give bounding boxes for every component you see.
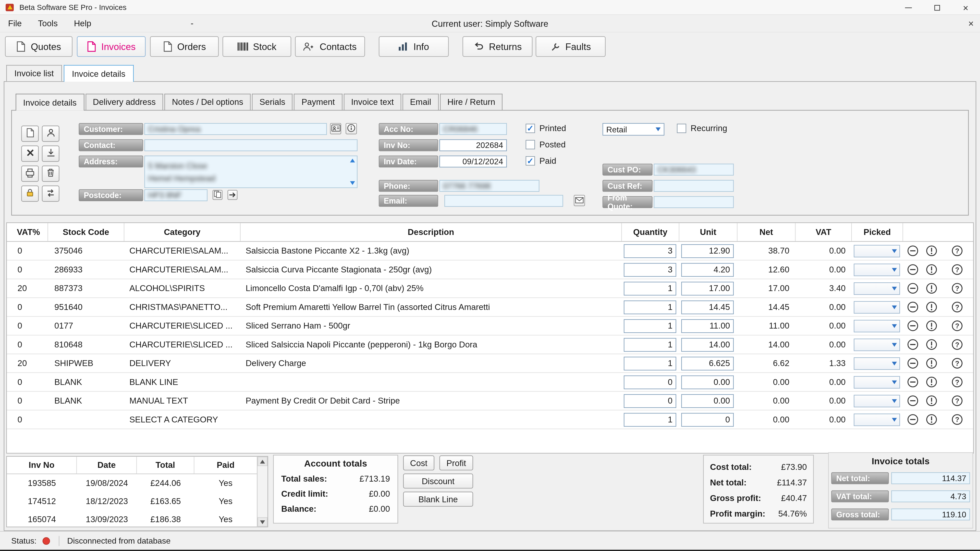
minimize-button[interactable] <box>894 0 923 15</box>
history-row[interactable]: 165074 13/09/2023 £186.38 Yes <box>7 510 257 527</box>
printed-checkbox[interactable]: ✓ <box>526 124 535 133</box>
customer-button[interactable] <box>42 125 59 142</box>
line-help-button[interactable]: ? <box>941 260 973 279</box>
cust-ref-field[interactable] <box>654 180 734 192</box>
line-warning-button[interactable] <box>922 279 940 297</box>
quantity-input[interactable]: 3 <box>624 263 676 276</box>
from-quote-field[interactable] <box>654 196 734 208</box>
line-help-button[interactable]: ? <box>941 298 973 316</box>
remove-line-button[interactable] <box>903 410 922 429</box>
info-button[interactable]: Info <box>379 36 449 57</box>
maximize-button[interactable] <box>923 0 951 15</box>
inv-date-field[interactable]: 09/12/2024 <box>439 156 507 168</box>
remove-line-button[interactable] <box>903 373 922 391</box>
picked-dropdown[interactable] <box>854 263 900 276</box>
history-row[interactable]: 174512 18/12/2023 £163.65 Yes <box>7 492 257 510</box>
picked-dropdown[interactable] <box>854 282 900 295</box>
returns-button[interactable]: Returns <box>463 36 532 57</box>
postcode-field[interactable]: HP3 8NF <box>145 189 207 201</box>
address-field[interactable]: 5 Marston Close Hemel Hempstead <box>145 156 358 188</box>
unit-price-input[interactable]: 14.45 <box>681 300 734 314</box>
unit-price-input[interactable]: 17.00 <box>681 281 734 295</box>
line-warning-button[interactable] <box>922 354 940 372</box>
dtab-invoice-text[interactable]: Invoice text <box>344 94 401 110</box>
history-row[interactable]: 193585 19/08/2024 £244.06 Yes <box>7 474 257 492</box>
remove-line-button[interactable] <box>903 242 922 260</box>
price-band-dropdown[interactable]: Retail <box>603 123 664 135</box>
line-help-button[interactable]: ? <box>941 392 973 410</box>
discount-button[interactable]: Discount <box>403 473 473 489</box>
faults-button[interactable]: Faults <box>536 36 606 57</box>
line-help-button[interactable]: ? <box>941 242 973 260</box>
line-help-button[interactable]: ? <box>941 279 973 297</box>
line-warning-button[interactable] <box>922 260 940 279</box>
invoices-button[interactable]: Invoices <box>77 36 145 57</box>
quantity-input[interactable]: 1 <box>624 281 676 295</box>
quantity-input[interactable]: 0 <box>624 394 676 408</box>
dtab-delivery-address[interactable]: Delivery address <box>85 94 163 110</box>
remove-line-button[interactable] <box>903 279 922 297</box>
dtab-email[interactable]: Email <box>402 94 438 110</box>
unit-price-input[interactable]: 14.00 <box>681 338 734 351</box>
tab-invoice-list[interactable]: Invoice list <box>6 65 62 81</box>
contact-field[interactable] <box>145 139 358 151</box>
scroll-up-icon[interactable] <box>258 457 267 466</box>
address-scroll-down-icon[interactable] <box>350 181 355 185</box>
print-invoice-button[interactable] <box>21 165 39 182</box>
picked-dropdown[interactable] <box>854 301 900 313</box>
cust-po-field[interactable]: CK306643 <box>654 164 734 176</box>
remove-line-button[interactable] <box>903 260 922 279</box>
menu-help[interactable]: Help <box>66 15 100 32</box>
line-warning-button[interactable] <box>922 335 940 354</box>
send-email-button[interactable] <box>574 195 585 206</box>
quantity-input[interactable]: 1 <box>624 300 676 314</box>
dtab-serials[interactable]: Serials <box>252 94 293 110</box>
dtab-payment[interactable]: Payment <box>294 94 342 110</box>
picked-dropdown[interactable] <box>854 357 900 370</box>
scroll-down-icon[interactable] <box>258 517 267 527</box>
line-warning-button[interactable] <box>922 373 940 391</box>
dtab-notes-del-options[interactable]: Notes / Del options <box>164 94 251 110</box>
quantity-input[interactable]: 3 <box>624 244 676 258</box>
trash-invoice-button[interactable] <box>42 165 59 182</box>
phone-field[interactable]: 07766 77698 <box>439 180 539 192</box>
unit-price-input[interactable]: 11.00 <box>681 319 734 333</box>
address-scroll-up-icon[interactable] <box>350 159 355 162</box>
remove-line-button[interactable] <box>903 354 922 372</box>
blank-line-button[interactable]: Blank Line <box>403 492 473 507</box>
paid-checkbox[interactable]: ✓ <box>526 156 535 165</box>
stock-button[interactable]: Stock <box>223 36 291 57</box>
orders-button[interactable]: Orders <box>150 36 219 57</box>
acc-no-field[interactable]: CR06846 <box>439 123 507 135</box>
delete-invoice-button[interactable] <box>21 146 39 162</box>
contacts-button[interactable]: Contacts <box>295 36 365 57</box>
picked-dropdown[interactable] <box>854 395 900 407</box>
line-help-button[interactable]: ? <box>941 410 973 429</box>
inv-no-field[interactable]: 202684 <box>439 139 507 151</box>
line-help-button[interactable]: ? <box>941 335 973 354</box>
new-invoice-button[interactable] <box>21 125 39 142</box>
dtab-hire-return[interactable]: Hire / Return <box>440 94 503 110</box>
posted-checkbox[interactable]: ✓ <box>526 140 535 149</box>
save-invoice-button[interactable] <box>42 146 59 162</box>
customer-field[interactable]: Cristina Oprea <box>145 123 327 135</box>
remove-line-button[interactable] <box>903 335 922 354</box>
picked-dropdown[interactable] <box>854 376 900 388</box>
menu-tools[interactable]: Tools <box>30 15 66 32</box>
remove-line-button[interactable] <box>903 317 922 335</box>
quantity-input[interactable]: 1 <box>624 356 676 370</box>
picked-dropdown[interactable] <box>854 413 900 426</box>
picked-dropdown[interactable] <box>854 245 900 257</box>
line-warning-button[interactable] <box>922 317 940 335</box>
menu-file[interactable]: File <box>0 15 30 32</box>
line-help-button[interactable]: ? <box>941 354 973 372</box>
recurring-transfer-button[interactable] <box>42 186 59 202</box>
remove-line-button[interactable] <box>903 298 922 316</box>
copy-postcode-button[interactable] <box>213 190 223 200</box>
unit-price-input[interactable]: 0 <box>681 413 734 427</box>
close-button[interactable]: × <box>951 0 980 15</box>
child-close-icon[interactable]: × <box>968 18 974 29</box>
unit-price-input[interactable]: 6.625 <box>681 356 734 370</box>
contact-card-button[interactable] <box>330 123 341 134</box>
recurring-checkbox[interactable]: ✓ <box>677 124 686 133</box>
